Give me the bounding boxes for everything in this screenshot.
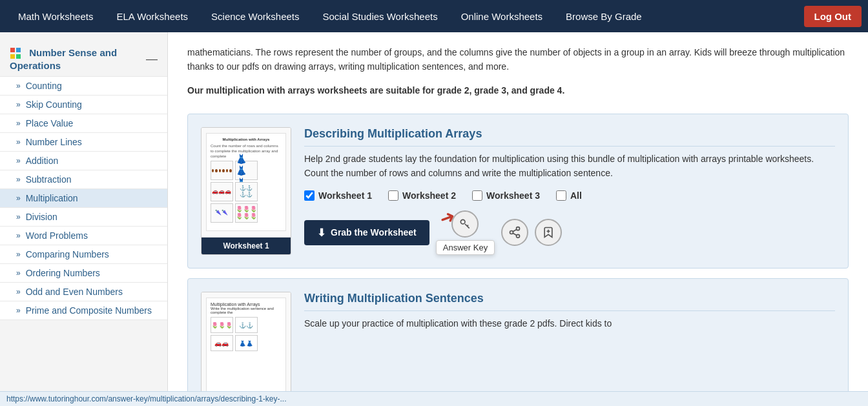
sidebar-item-subtraction[interactable]: » Subtraction	[0, 170, 167, 188]
navigation: Math Worksheets ELA Worksheets Science W…	[0, 0, 868, 32]
arrow-icon: »	[16, 156, 21, 165]
sidebar-collapse-icon[interactable]: —	[146, 52, 158, 66]
arrow-icon: »	[16, 194, 21, 203]
bookmark-icon	[542, 226, 555, 239]
checkbox-ws2-label: Worksheet 2	[402, 190, 456, 201]
sidebar-section-icon: Number Sense and Operations	[10, 47, 146, 71]
grid-icon	[10, 47, 23, 60]
arrow-icon: »	[16, 137, 21, 147]
svg-line-8	[513, 233, 517, 235]
grab-worksheet-button[interactable]: ⬇ Grab the Worksheet	[304, 220, 429, 245]
worksheet-thumbnail-1[interactable]: Multiplication with Arrays Count the num…	[201, 127, 291, 255]
sidebar-item-label: Number Lines	[26, 137, 82, 147]
key-icon	[459, 218, 471, 230]
share-icon	[508, 226, 521, 239]
arrow-icon: »	[16, 269, 21, 278]
card2-description: Scale up your practice of multiplication…	[304, 316, 835, 330]
sidebar-item-number-lines[interactable]: » Number Lines	[0, 132, 167, 151]
nav-science-worksheets[interactable]: Science Worksheets	[200, 11, 311, 22]
card1-description: Help 2nd grade students lay the foundati…	[304, 152, 835, 181]
card1-title: Describing Multiplication Arrays	[304, 127, 835, 147]
checkbox-ws3-label: Worksheet 3	[486, 190, 540, 201]
thumb-inner-2: Multiplication with Arrays Write the mul…	[206, 298, 286, 396]
sidebar-item-counting[interactable]: » Counting	[0, 76, 167, 95]
checkbox-ws1-input[interactable]	[304, 190, 315, 201]
worksheet-card-1: Multiplication with Arrays Count the num…	[187, 114, 849, 269]
logout-button[interactable]: Log Out	[804, 6, 862, 27]
sidebar-item-label: Ordering Numbers	[26, 268, 100, 278]
sidebar-item-division[interactable]: » Division	[0, 207, 167, 226]
sidebar-item-label: Division	[26, 212, 57, 222]
arrow-icon: »	[16, 287, 21, 296]
thumb-label: Worksheet 1	[202, 238, 291, 254]
checkbox-ws3-input[interactable]	[472, 190, 482, 201]
sidebar: Number Sense and Operations — » Counting…	[0, 32, 168, 406]
nav-ela-worksheets[interactable]: ELA Worksheets	[105, 11, 200, 22]
sidebar-item-label: Odd and Even Numbers	[26, 287, 123, 297]
nav-math-worksheets[interactable]: Math Worksheets	[6, 11, 105, 22]
arrow-icon: »	[16, 81, 21, 90]
worksheet-info-1: Describing Multiplication Arrays Help 2n…	[304, 127, 835, 255]
svg-point-5	[517, 227, 520, 230]
sidebar-item-place-value[interactable]: » Place Value	[0, 114, 167, 132]
intro-paragraph: mathematicians. The rows represent the n…	[187, 45, 849, 74]
checkbox-worksheet3[interactable]: Worksheet 3	[472, 190, 540, 201]
svg-rect-1	[16, 48, 21, 52]
checkbox-worksheet1[interactable]: Worksheet 1	[304, 190, 372, 201]
sidebar-item-label: Prime and Composite Numbers	[26, 305, 152, 316]
sidebar-item-label: Subtraction	[26, 174, 72, 185]
sidebar-item-prime-composite[interactable]: » Prime and Composite Numbers	[0, 301, 167, 320]
thumb-inner: Multiplication with Arrays Count the num…	[206, 133, 286, 231]
nav-browse-by-grade[interactable]: Browse By Grade	[554, 11, 654, 22]
checkbox-all-input[interactable]	[556, 190, 566, 201]
main-content: mathematicians. The rows represent the n…	[168, 32, 868, 406]
checkbox-worksheet2[interactable]: Worksheet 2	[388, 190, 456, 201]
bookmark-button[interactable]	[535, 219, 562, 246]
sidebar-item-label: Word Problems	[26, 230, 88, 241]
nav-social-studies-worksheets[interactable]: Social Studies Worksheets	[311, 11, 450, 22]
red-arrow-icon: ➜	[437, 205, 459, 230]
answer-key-container: ➜ Answer Key	[436, 210, 495, 255]
svg-point-4	[461, 219, 466, 224]
arrow-icon: »	[16, 212, 21, 221]
sidebar-item-label: Multiplication	[26, 193, 78, 203]
checkbox-all-label: All	[570, 190, 582, 201]
sidebar-section-header: Number Sense and Operations —	[0, 42, 167, 76]
sidebar-item-multiplication[interactable]: » Multiplication	[0, 188, 167, 207]
arrow-icon: »	[16, 250, 21, 259]
svg-point-7	[517, 234, 520, 238]
checkbox-ws2-input[interactable]	[388, 190, 398, 201]
sidebar-item-label: Comparing Numbers	[26, 249, 109, 259]
worksheet-info-2: Writing Multiplication Sentences Scale u…	[304, 292, 835, 406]
checkbox-ws1-label: Worksheet 1	[318, 190, 372, 201]
sidebar-item-label: Place Value	[26, 118, 74, 128]
svg-rect-0	[10, 48, 15, 52]
thumb-preview: Multiplication with Arrays Count the num…	[202, 128, 291, 238]
svg-rect-3	[16, 54, 21, 59]
card2-title: Writing Multiplication Sentences	[304, 292, 835, 311]
sidebar-item-label: Skip Counting	[26, 99, 82, 110]
grab-button-label: Grab the Worksheet	[331, 227, 417, 238]
arrow-icon: »	[16, 231, 21, 240]
arrow-icon: »	[16, 119, 21, 128]
download-icon: ⬇	[317, 227, 326, 239]
arrow-icon: »	[16, 100, 21, 109]
sidebar-item-comparing-numbers[interactable]: » Comparing Numbers	[0, 245, 167, 263]
sidebar-item-skip-counting[interactable]: » Skip Counting	[0, 95, 167, 114]
nav-online-worksheets[interactable]: Online Worksheets	[450, 11, 554, 22]
sidebar-item-word-problems[interactable]: » Word Problems	[0, 226, 167, 245]
share-button[interactable]	[501, 219, 528, 246]
thumb-preview-2: Multiplication with Arrays Write the mul…	[202, 292, 291, 402]
answer-key-tooltip: Answer Key	[436, 240, 495, 255]
checkbox-all[interactable]: All	[556, 190, 582, 201]
arrow-icon: »	[16, 175, 21, 184]
sidebar-item-addition[interactable]: » Addition	[0, 151, 167, 170]
status-bar: https://www.tutoringhour.com/answer-key/…	[0, 391, 868, 406]
worksheet-thumbnail-2[interactable]: Multiplication with Arrays Write the mul…	[201, 292, 291, 406]
sidebar-item-label: Addition	[26, 156, 59, 166]
checkbox-row: Worksheet 1 Worksheet 2 Worksheet 3 All	[304, 190, 835, 201]
grade-note: Our multiplication with arrays worksheet…	[187, 84, 849, 97]
sidebar-item-odd-even[interactable]: » Odd and Even Numbers	[0, 282, 167, 301]
sidebar-item-ordering-numbers[interactable]: » Ordering Numbers	[0, 263, 167, 282]
status-url: https://www.tutoringhour.com/answer-key/…	[6, 394, 287, 403]
